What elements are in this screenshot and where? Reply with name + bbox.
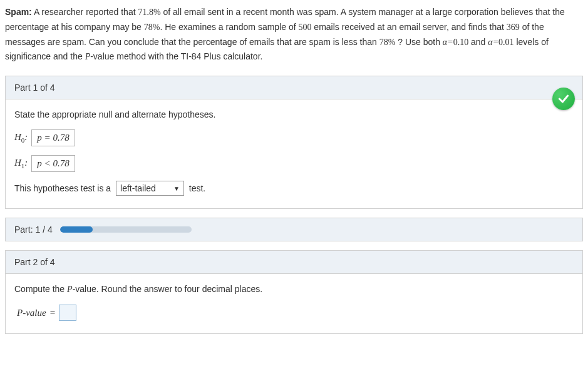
test-type-row: This hypotheses test is a left-tailed ▼ … [14,181,574,196]
null-hypothesis-row: H0: p = 0.78 [14,129,574,146]
pvalue-row: P-value= [17,305,574,321]
progress-label: Part: 1 / 4 [14,225,53,235]
problem-label: Spam: [5,7,32,17]
test-type-select[interactable]: left-tailed ▼ [116,181,184,196]
h0-label: H0: [14,132,28,144]
part1-header: Part 1 of 4 [6,76,582,99]
problem-statement: Spam: A researcher reported that 71.8% o… [5,5,583,64]
pvalue-label: P-value [17,308,46,318]
h1-label: H1: [14,158,28,169]
h0-answer[interactable]: p = 0.78 [31,129,75,146]
pvalue-input[interactable] [59,305,76,321]
progress-fill [60,226,93,233]
part2-card: Part 2 of 4 Compute the P-value. Round t… [5,250,583,334]
chevron-down-icon: ▼ [173,185,180,192]
correct-icon [552,88,575,110]
h1-answer[interactable]: p < 0.78 [31,155,75,172]
part1-prompt: State the appropriate null and alternate… [14,109,574,119]
part1-card: Part 1 of 4 State the appropriate null a… [5,76,583,209]
progress-card: Part: 1 / 4 [5,218,583,241]
select-value: left-tailed [120,183,156,193]
part2-prompt: Compute the P-value. Round the answer to… [14,284,574,295]
part2-header: Part 2 of 4 [6,251,582,274]
progress-track [60,226,192,233]
alt-hypothesis-row: H1: p < 0.78 [14,155,574,172]
